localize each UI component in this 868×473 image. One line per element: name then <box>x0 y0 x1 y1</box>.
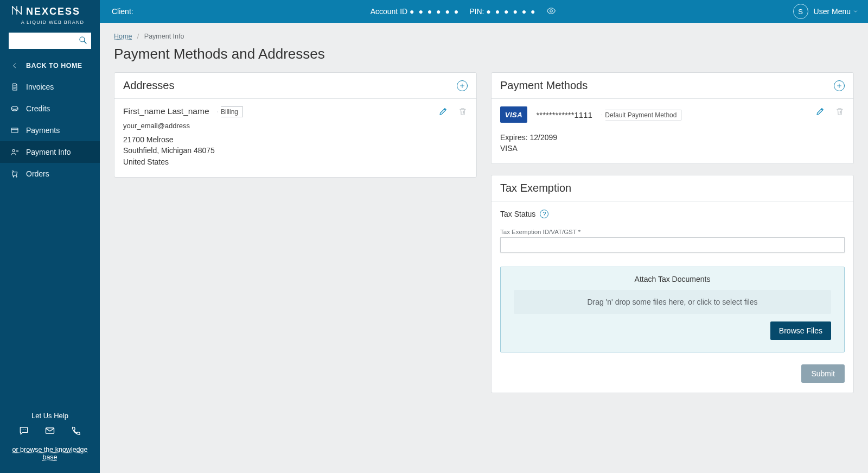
dropzone-area[interactable]: Drag 'n' drop some files here, or click … <box>514 290 831 314</box>
tax-exemption-heading: Tax Exemption <box>500 182 571 194</box>
payment-info-icon <box>10 148 20 156</box>
payment-methods-heading: Payment Methods <box>500 79 588 92</box>
client-label: Client: <box>112 7 133 16</box>
help-icon[interactable]: ? <box>540 210 548 218</box>
account-id-mask: ● ● ● ● ● ● <box>410 7 459 16</box>
sidebar-back-label: BACK TO HOME <box>26 62 82 70</box>
tax-status-label: Tax Status <box>500 210 535 218</box>
mail-icon[interactable] <box>44 425 55 436</box>
default-payment-tag: Default Payment Method <box>601 110 681 121</box>
avatar[interactable]: S <box>793 4 808 19</box>
svg-point-6 <box>550 9 552 12</box>
edit-address-icon[interactable] <box>438 106 448 118</box>
tax-id-label: Tax Exemption ID/VAT/GST * <box>500 229 845 235</box>
sidebar-item-invoices[interactable]: Invoices <box>0 76 100 98</box>
page-title: Payment Methods and Addresses <box>114 46 854 62</box>
search-icon[interactable] <box>78 35 88 47</box>
address-lines: 21700 Melrose Southfield, Michigan 48075… <box>123 134 468 167</box>
delete-payment-method-icon[interactable] <box>835 106 845 118</box>
sidebar: NEXCESS A LIQUID WEB BRAND BACK TO HOME … <box>0 0 100 473</box>
add-address-button[interactable] <box>457 80 468 91</box>
browse-files-button[interactable]: Browse Files <box>770 321 831 340</box>
sidebar-item-credits[interactable]: Credits <box>0 98 100 119</box>
card-number: ************1111 <box>536 110 592 119</box>
account-id-label: Account ID <box>371 7 407 16</box>
credits-icon <box>10 104 20 113</box>
reveal-icon[interactable] <box>546 6 556 17</box>
card-type: VISA <box>500 143 845 154</box>
chevron-left-icon <box>10 62 20 70</box>
help-heading: Let Us Help <box>5 412 94 420</box>
svg-rect-1 <box>11 128 18 133</box>
sidebar-item-orders[interactable]: Orders <box>0 163 100 185</box>
topbar: Client: Account ID ● ● ● ● ● ● PIN: ● ● … <box>100 0 868 23</box>
sidebar-item-label: Payment Info <box>26 148 71 156</box>
pin: PIN: ● ● ● ● ● ● <box>469 7 536 16</box>
address-name: First_name Last_name <box>123 106 209 116</box>
orders-icon <box>10 169 20 178</box>
svg-point-0 <box>80 37 85 42</box>
svg-point-4 <box>16 176 17 177</box>
payments-icon <box>10 126 20 135</box>
addresses-heading: Addresses <box>123 79 175 92</box>
user-menu[interactable]: User Menu <box>814 7 858 16</box>
submit-button[interactable]: Submit <box>801 364 845 383</box>
card-expires: Expires: 12/2099 <box>500 133 845 143</box>
tax-exemption-card: Tax Exemption Tax Status ? Tax Exemption… <box>491 175 854 393</box>
brand-name: NEXCESS <box>26 6 80 17</box>
kb-link[interactable]: or browse the knowledge base <box>5 446 94 461</box>
card-brand-badge: VISA <box>500 106 527 123</box>
user-menu-label: User Menu <box>814 7 851 16</box>
address-billing-tag: Billing <box>217 106 243 117</box>
sidebar-nav: BACK TO HOME Invoices Credits Payments P <box>0 55 100 185</box>
chat-icon[interactable] <box>18 425 29 436</box>
sidebar-item-label: Orders <box>26 169 49 178</box>
breadcrumb-sep: / <box>137 33 139 40</box>
content-area: Home / Payment Info Payment Methods and … <box>100 23 868 473</box>
addresses-card: Addresses <box>114 72 477 178</box>
sidebar-back-home[interactable]: BACK TO HOME <box>0 55 100 76</box>
brand-block: NEXCESS A LIQUID WEB BRAND <box>0 0 100 27</box>
sidebar-item-payments[interactable]: Payments <box>0 119 100 141</box>
svg-point-2 <box>12 149 15 152</box>
payment-methods-card: Payment Methods <box>491 72 854 164</box>
sidebar-search <box>0 27 100 52</box>
account-id: Account ID ● ● ● ● ● ● <box>371 7 460 16</box>
sidebar-item-label: Credits <box>26 104 50 113</box>
invoice-icon <box>10 83 20 91</box>
brand-logo-icon <box>11 4 23 18</box>
phone-icon[interactable] <box>71 425 81 436</box>
sidebar-item-label: Payments <box>26 126 60 135</box>
edit-payment-method-icon[interactable] <box>815 106 825 118</box>
chevron-down-icon <box>853 9 858 14</box>
address-line3: United States <box>123 156 468 167</box>
sidebar-footer: Let Us Help or browse the knowledge base <box>0 404 100 473</box>
svg-rect-5 <box>46 428 54 433</box>
sidebar-item-label: Invoices <box>26 83 54 91</box>
brand-tagline: A LIQUID WEB BRAND <box>11 20 94 25</box>
address-email: your_email@address <box>123 122 468 130</box>
delete-address-icon[interactable] <box>458 106 468 118</box>
main-column: Client: Account ID ● ● ● ● ● ● PIN: ● ● … <box>100 0 868 473</box>
breadcrumb: Home / Payment Info <box>114 33 854 40</box>
svg-point-3 <box>13 176 14 177</box>
tax-id-input[interactable] <box>500 237 845 253</box>
add-payment-method-button[interactable] <box>834 80 845 91</box>
pin-label: PIN: <box>469 7 484 16</box>
breadcrumb-current: Payment Info <box>144 33 184 40</box>
address-line2: Southfield, Michigan 48075 <box>123 145 468 156</box>
attach-heading: Attach Tax Documents <box>514 275 831 283</box>
tax-doc-dropzone: Attach Tax Documents Drag 'n' drop some … <box>500 267 845 352</box>
topbar-client: Client: <box>112 7 133 16</box>
pin-mask: ● ● ● ● ● ● <box>486 7 536 16</box>
address-line1: 21700 Melrose <box>123 134 468 145</box>
breadcrumb-home[interactable]: Home <box>114 33 132 40</box>
sidebar-item-payment-info[interactable]: Payment Info <box>0 141 100 163</box>
